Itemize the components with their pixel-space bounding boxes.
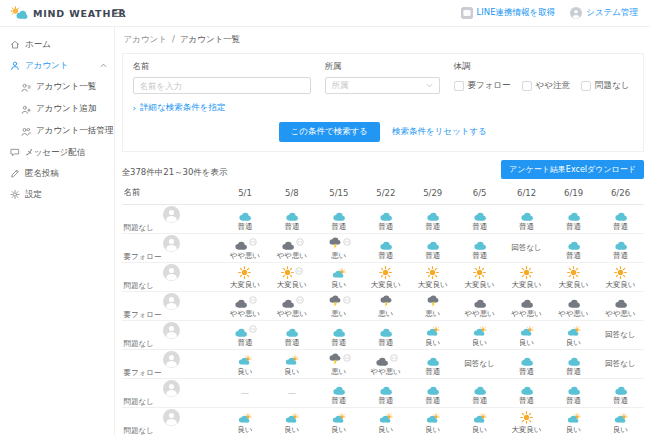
weather-label: 良い	[268, 426, 315, 434]
cloud-icon	[473, 212, 487, 221]
excel-download-button[interactable]: アンケート結果Excelダウンロード	[501, 160, 644, 179]
no-answer-label: 回答なし	[597, 359, 644, 369]
weather-label: 普通	[268, 339, 315, 347]
cloud-icon	[285, 328, 299, 337]
condition-checkbox[interactable]: 問題なし	[581, 80, 629, 92]
weather-cell: 普通	[550, 350, 597, 379]
weather-cell: やや悪い	[268, 292, 315, 321]
sidebar-item[interactable]: 設定	[0, 184, 114, 205]
weather-label: 普通	[597, 223, 644, 231]
sidebar-item[interactable]: メッセージ配信	[0, 142, 114, 163]
sun-icon	[614, 266, 627, 279]
weather-label: 良い	[268, 368, 315, 376]
weather-label: やや悪い	[503, 310, 550, 318]
name-input[interactable]	[133, 77, 311, 94]
sidebar: ホームアカウントアカウント一覧アカウント追加アカウント一括管理メッセージ配信匿名…	[0, 27, 115, 435]
weather-cell: 普通	[597, 379, 644, 408]
app-header: MIND WEATHER LINE連携情報を取得 システム管理	[0, 0, 650, 27]
account-cell: 問題なし	[122, 263, 222, 292]
weather-label: 大変良い	[597, 281, 644, 289]
weather-cell: 悪い	[315, 350, 362, 379]
chevron-up-icon	[100, 63, 107, 68]
status-label: 要フォロー	[122, 311, 222, 319]
main-content: アカウント / アカウント一覧 名前 所属 所属	[115, 27, 650, 435]
weather-cell: 悪い	[315, 234, 362, 263]
weather-label: やや悪い	[222, 252, 269, 260]
weather-cell: 悪い	[409, 292, 456, 321]
account-cell: 問題なし	[122, 379, 222, 408]
status-label: 要フォロー	[122, 253, 222, 261]
sidebar-toggle-icon[interactable]	[112, 8, 124, 18]
checkbox-box-icon	[522, 81, 532, 91]
cloud-icon	[332, 212, 346, 221]
weather-cell: 普通	[456, 205, 503, 234]
search-button[interactable]: この条件で検索する	[279, 122, 381, 142]
weather-cell: 回答なし	[597, 350, 644, 379]
sidebar-item[interactable]: ホーム	[0, 34, 114, 55]
name-field-label: 名前	[133, 61, 311, 73]
sidebar-item[interactable]: アカウント	[0, 55, 114, 76]
dark-cloud-icon	[520, 299, 534, 308]
weather-cell: 良い	[456, 321, 503, 350]
comment-bubble-icon	[343, 238, 351, 246]
weather-label: 良い	[550, 339, 597, 347]
weather-label: 悪い	[315, 310, 362, 318]
sidebar-subitem[interactable]: アカウント一括管理	[0, 120, 114, 142]
weather-cell: やや悪い	[597, 292, 644, 321]
sidebar-item-label: 設定	[25, 189, 42, 201]
weather-cell: 良い	[597, 408, 644, 435]
cloud-icon	[332, 328, 346, 337]
weather-cell: 良い	[362, 408, 409, 435]
weather-cell: 普通	[456, 379, 503, 408]
line-icon	[461, 7, 473, 19]
line-fetch-button[interactable]: LINE連携情報を取得	[461, 7, 556, 19]
name-column-header: 名前	[122, 184, 222, 205]
weather-cell: 良い	[268, 350, 315, 379]
comment-bubble-icon	[249, 296, 257, 304]
admin-menu[interactable]: システム管理	[570, 7, 638, 19]
cloud-icon	[520, 357, 534, 366]
sun-cloud-logo-icon	[10, 6, 28, 21]
weather-label: 良い	[222, 426, 269, 434]
date-column-header: 6/19	[550, 184, 597, 205]
weather-label: 大変良い	[222, 281, 269, 289]
table-row: 問題なし——普通普通普通普通普通普通普通	[122, 379, 645, 408]
sidebar-subitem[interactable]: アカウント追加	[0, 98, 114, 120]
table-body: 問題なし普通普通普通普通普通普通普通普通普通要フォローやや悪いやや悪い悪い普通普…	[122, 205, 645, 435]
date-column-header: 6/26	[597, 184, 644, 205]
breadcrumb-parent[interactable]: アカウント	[124, 34, 168, 46]
account-cell: 要フォロー	[122, 350, 222, 379]
sidebar-item[interactable]: 匿名投稿	[0, 163, 114, 184]
condition-checkbox[interactable]: やや注意	[522, 80, 570, 92]
weather-label: 良い	[597, 426, 644, 434]
dark-cloud-icon	[614, 299, 628, 308]
sidebar-subitem[interactable]: アカウント一覧	[0, 76, 114, 98]
weather-cell: やや悪い	[503, 292, 550, 321]
cloud-icon	[614, 386, 628, 395]
dept-select[interactable]: 所属	[325, 77, 440, 94]
avatar	[163, 380, 180, 397]
results-table: 名前 5/15/85/155/225/296/56/126/196/26 問題な…	[122, 184, 645, 435]
weather-cell: 回答なし	[597, 321, 644, 350]
weather-cell: 普通	[456, 234, 503, 263]
weather-label: 普通	[409, 223, 456, 231]
weather-label: 普通	[597, 252, 644, 260]
sidebar-item-label: ホーム	[25, 39, 51, 51]
cloud-icon	[473, 386, 487, 395]
app-logo: MIND WEATHER	[10, 6, 98, 21]
weather-cell: 普通	[409, 350, 456, 379]
comment-bubble-icon	[343, 354, 351, 362]
weather-label: 普通	[222, 223, 269, 231]
weather-cell: やや悪い	[222, 234, 269, 263]
sun-icon	[520, 411, 533, 424]
condition-checkbox[interactable]: 要フォロー	[454, 80, 511, 92]
message-icon	[10, 147, 20, 158]
weather-label: 良い	[315, 281, 362, 289]
weather-cell: 普通	[409, 205, 456, 234]
advanced-search-link[interactable]: › 詳細な検索条件を指定	[133, 102, 634, 114]
table-row: 問題なし普通普通普通普通普通普通普通普通普通	[122, 205, 645, 234]
weather-cell: 悪い	[315, 292, 362, 321]
user-add-icon	[21, 104, 31, 115]
header-actions: LINE連携情報を取得 システム管理	[461, 7, 638, 19]
reset-search-link[interactable]: 検索条件をリセットする	[392, 126, 487, 138]
